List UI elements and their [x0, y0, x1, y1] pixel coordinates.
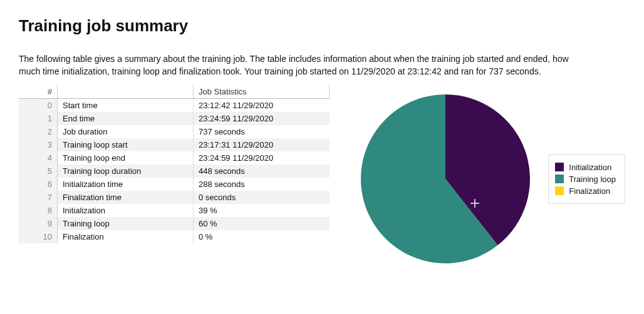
row-name: Training loop [58, 217, 194, 230]
row-name: Job duration [58, 125, 194, 138]
col-value: Job Statistics [194, 85, 330, 99]
row-index: 3 [19, 138, 58, 151]
legend-label: Training loop [569, 175, 616, 184]
legend-item[interactable]: Initialization [555, 163, 616, 172]
legend-label: Initialization [569, 163, 611, 172]
row-index: 5 [19, 165, 58, 178]
row-name: Start time [58, 99, 194, 113]
legend-item[interactable]: Finalization [555, 186, 616, 196]
table-row: 5Training loop duration448 seconds [19, 165, 330, 178]
row-name: Training loop start [58, 138, 194, 151]
legend-swatch [555, 163, 564, 171]
row-value: 288 seconds [194, 178, 330, 191]
row-index: 0 [19, 99, 58, 113]
row-name: Training loop end [58, 151, 194, 165]
row-value: 448 seconds [194, 165, 330, 178]
legend-item[interactable]: Training loop [555, 175, 616, 184]
row-index: 6 [19, 178, 58, 191]
row-name: Initialization time [58, 178, 194, 191]
table-row: 3Training loop start23:17:31 11/29/2020 [19, 138, 330, 151]
chart-legend: InitializationTraining loopFinalization [548, 154, 625, 204]
row-value: 0 % [194, 230, 330, 243]
table-row: 1End time23:24:59 11/29/2020 [19, 112, 330, 125]
row-value: 60 % [194, 217, 330, 230]
row-index: 9 [19, 217, 58, 230]
row-index: 8 [19, 204, 58, 217]
row-value: 737 seconds [194, 125, 330, 138]
table-row: 7Finalization time0 seconds [19, 191, 330, 204]
table-row: 9Training loop60 % [19, 217, 330, 230]
legend-label: Finalization [569, 186, 610, 196]
table-header-row: # Job Statistics [19, 85, 330, 99]
table-row: 6Initialization time288 seconds [19, 178, 330, 191]
row-value: 23:17:31 11/29/2020 [194, 138, 330, 151]
row-value: 23:12:42 11/29/2020 [194, 99, 330, 113]
legend-swatch [555, 175, 564, 183]
col-index: # [19, 85, 58, 99]
summary-text: The following table gives a summary abou… [19, 53, 583, 78]
table-row: 0Start time23:12:42 11/29/2020 [19, 99, 330, 113]
row-name: Initialization [58, 204, 194, 217]
row-index: 10 [19, 230, 58, 243]
row-value: 23:24:59 11/29/2020 [194, 151, 330, 165]
table-row: 2Job duration737 seconds [19, 125, 330, 138]
col-name [58, 85, 194, 99]
legend-swatch [555, 186, 564, 195]
row-index: 7 [19, 191, 58, 204]
row-name: Finalization time [58, 191, 194, 204]
row-name: Training loop duration [58, 165, 194, 178]
job-stats-table: # Job Statistics 0Start time23:12:42 11/… [19, 85, 330, 243]
row-value: 39 % [194, 204, 330, 217]
row-value: 0 seconds [194, 191, 330, 204]
row-index: 2 [19, 125, 58, 138]
row-name: End time [58, 112, 194, 125]
row-name: Finalization [58, 230, 194, 243]
table-row: 4Training loop end23:24:59 11/29/2020 [19, 151, 330, 165]
page-title: Training job summary [19, 16, 625, 36]
table-row: 10Finalization0 % [19, 230, 330, 243]
pie-chart[interactable] [358, 91, 533, 266]
table-row: 8Initialization39 % [19, 204, 330, 217]
row-index: 4 [19, 151, 58, 165]
row-value: 23:24:59 11/29/2020 [194, 112, 330, 125]
row-index: 1 [19, 112, 58, 125]
